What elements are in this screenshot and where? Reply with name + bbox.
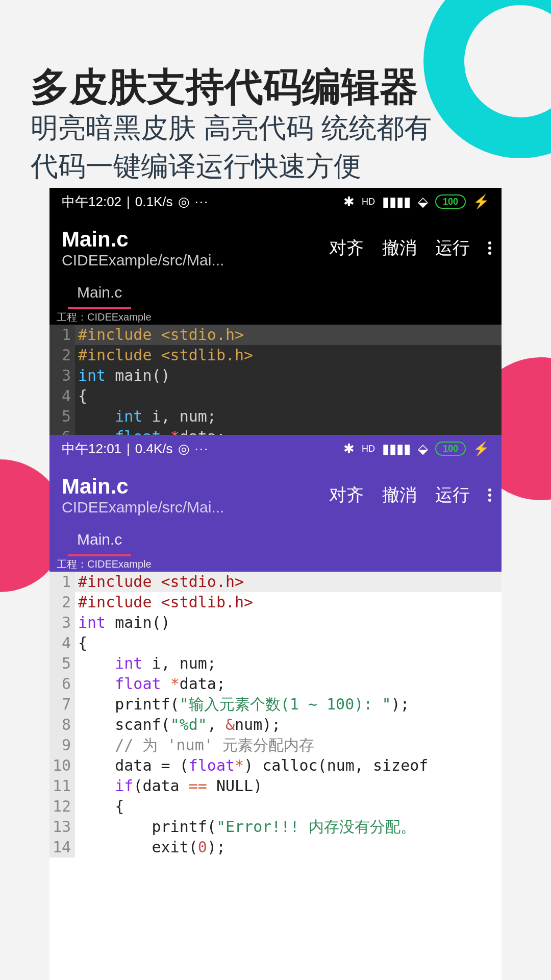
line-number: 6 (49, 427, 75, 435)
file-title: Main.c (62, 227, 329, 252)
code-content[interactable]: { (75, 386, 87, 406)
code-line[interactable]: 5 int i, num; (49, 406, 502, 427)
code-line[interactable]: 2#include <stdlib.h> (49, 592, 502, 612)
charging-icon: ⚡ (473, 441, 489, 457)
project-label: 工程：CIDEExample (49, 556, 502, 572)
code-content[interactable]: #include <stdlib.h> (75, 345, 253, 365)
no-disturb-icon: ◎ (178, 441, 190, 457)
code-line[interactable]: 12 { (49, 796, 502, 817)
code-line[interactable]: 5 int i, num; (49, 653, 502, 674)
line-number: 11 (49, 776, 75, 796)
line-number: 5 (49, 653, 75, 674)
more-menu-button[interactable] (488, 488, 491, 502)
status-bar: 中午12:02 | 0.1K/s ◎ ··· ✱ HD ▮▮▮▮ ⬙ 100 ⚡ (49, 188, 502, 215)
status-sep: | (127, 441, 130, 457)
line-number: 7 (49, 694, 75, 715)
code-editor-light[interactable]: 1#include <stdio.h>2#include <stdlib.h>3… (49, 572, 502, 857)
code-content[interactable]: // 为 'num' 元素分配内存 (75, 735, 314, 755)
code-content[interactable]: printf("输入元素个数(1 ~ 100): "); (75, 694, 410, 715)
code-content[interactable]: #include <stdio.h> (75, 325, 244, 345)
decorative-teal-ring (423, 0, 551, 158)
more-menu-button[interactable] (488, 241, 491, 255)
run-button[interactable]: 运行 (435, 483, 470, 507)
subheading-1: 明亮暗黑皮肤 高亮代码 统统都有 (31, 110, 432, 147)
file-path: CIDEExample/src/Mai... (62, 499, 245, 516)
hd-icon: HD (362, 444, 375, 454)
tab-main-c[interactable]: Main.c (68, 527, 131, 556)
tab-bar: Main.c (49, 281, 502, 309)
code-line[interactable]: 1#include <stdio.h> (49, 325, 502, 345)
line-number: 5 (49, 406, 75, 427)
charging-icon: ⚡ (473, 194, 489, 210)
line-number: 12 (49, 796, 75, 817)
bluetooth-icon: ✱ (343, 194, 355, 210)
code-content[interactable]: float *data; (75, 674, 226, 694)
phone-light: 中午12:01 | 0.4K/s ◎ ··· ✱ HD ▮▮▮▮ ⬙ 100 ⚡… (49, 435, 502, 980)
align-button[interactable]: 对齐 (329, 236, 364, 260)
code-content[interactable]: printf("Error!!! 内存没有分配。 (75, 817, 416, 837)
signal-icon: ▮▮▮▮ (382, 441, 411, 457)
hd-icon: HD (362, 197, 375, 207)
code-line[interactable]: 4{ (49, 386, 502, 406)
tab-main-c[interactable]: Main.c (68, 280, 131, 309)
line-number: 9 (49, 735, 75, 755)
status-sep: | (127, 194, 130, 210)
code-line[interactable]: 3int main() (49, 365, 502, 386)
more-icon: ··· (195, 194, 209, 210)
code-line[interactable]: 8 scanf("%d", &num); (49, 715, 502, 735)
no-disturb-icon: ◎ (178, 194, 190, 210)
line-number: 3 (49, 365, 75, 386)
file-path: CIDEExample/src/Mai... (62, 252, 245, 269)
status-speed: 0.4K/s (135, 441, 173, 457)
code-line[interactable]: 6 float *data; (49, 674, 502, 694)
line-number: 4 (49, 386, 75, 406)
code-content[interactable]: data = (float*) calloc(num, sizeof (75, 755, 428, 776)
code-line[interactable]: 9 // 为 'num' 元素分配内存 (49, 735, 502, 755)
toolbar: Main.c CIDEExample/src/Mai... 对齐 撤消 运行 (49, 215, 502, 281)
headline: 多皮肤支持代码编辑器 (31, 61, 418, 114)
bluetooth-icon: ✱ (343, 441, 355, 457)
code-content[interactable]: int main() (75, 612, 170, 633)
code-line[interactable]: 10 data = (float*) calloc(num, sizeof (49, 755, 502, 776)
code-line[interactable]: 6 float *data; (49, 427, 502, 435)
code-content[interactable]: int i, num; (75, 406, 216, 427)
code-content[interactable]: if(data == NULL) (75, 776, 262, 796)
battery-icon: 100 (435, 442, 466, 456)
run-button[interactable]: 运行 (435, 236, 470, 260)
line-number: 4 (49, 633, 75, 653)
code-content[interactable]: float *data; (75, 427, 226, 435)
code-content[interactable]: { (75, 796, 124, 817)
code-line[interactable]: 1#include <stdio.h> (49, 572, 502, 592)
line-number: 10 (49, 755, 75, 776)
code-line[interactable]: 13 printf("Error!!! 内存没有分配。 (49, 817, 502, 837)
battery-icon: 100 (435, 194, 466, 209)
code-content[interactable]: { (75, 633, 87, 653)
file-title: Main.c (62, 474, 329, 499)
wifi-icon: ⬙ (418, 194, 428, 210)
code-line[interactable]: 3int main() (49, 612, 502, 633)
code-line[interactable]: 11 if(data == NULL) (49, 776, 502, 796)
code-line[interactable]: 4{ (49, 633, 502, 653)
undo-button[interactable]: 撤消 (382, 236, 417, 260)
status-time: 中午12:02 (62, 193, 121, 211)
code-content[interactable]: int i, num; (75, 653, 216, 674)
line-number: 8 (49, 715, 75, 735)
line-number: 13 (49, 817, 75, 837)
code-content[interactable]: int main() (75, 365, 170, 386)
line-number: 1 (49, 325, 75, 345)
code-content[interactable]: exit(0); (75, 837, 226, 857)
signal-icon: ▮▮▮▮ (382, 194, 411, 210)
code-line[interactable]: 2#include <stdlib.h> (49, 345, 502, 365)
code-content[interactable]: scanf("%d", &num); (75, 715, 281, 735)
code-content[interactable]: #include <stdio.h> (75, 572, 244, 592)
line-number: 1 (49, 572, 75, 592)
code-content[interactable]: #include <stdlib.h> (75, 592, 253, 612)
align-button[interactable]: 对齐 (329, 483, 364, 507)
code-line[interactable]: 14 exit(0); (49, 837, 502, 857)
undo-button[interactable]: 撤消 (382, 483, 417, 507)
code-line[interactable]: 7 printf("输入元素个数(1 ~ 100): "); (49, 694, 502, 715)
phone-dark: 中午12:02 | 0.1K/s ◎ ··· ✱ HD ▮▮▮▮ ⬙ 100 ⚡… (49, 188, 502, 435)
line-number: 14 (49, 837, 75, 857)
line-number: 6 (49, 674, 75, 694)
code-editor-dark[interactable]: 1#include <stdio.h>2#include <stdlib.h>3… (49, 325, 502, 435)
